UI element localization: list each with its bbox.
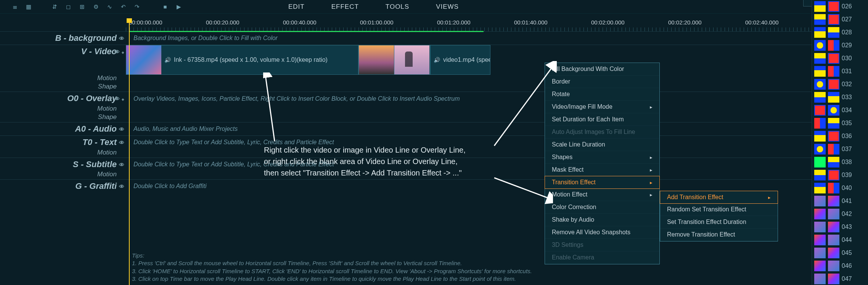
eye-icon[interactable]: 👁 (119, 126, 124, 133)
preset-item[interactable]: 037 (812, 143, 868, 156)
ctx-color[interactable]: Color Correction (545, 201, 659, 214)
ctx-3d: 3D Settings (545, 239, 659, 251)
menu-tools[interactable]: TOOLS (386, 3, 409, 11)
ruler-tick: 00:00:40.000 (283, 19, 317, 26)
preset-item[interactable]: 047 (812, 272, 868, 285)
track-label-overlay[interactable]: O0 - Overlay👁 ⬥ (0, 92, 126, 105)
list-icon[interactable]: ≣ (11, 3, 18, 10)
wave-icon[interactable]: ∿ (106, 3, 113, 10)
redo-icon[interactable]: ↷ (133, 3, 140, 10)
eye-icon[interactable]: 👁 (119, 140, 124, 146)
play-icon[interactable]: ▶ (175, 3, 182, 10)
preset-item[interactable]: 028 (812, 26, 868, 39)
eye-icon[interactable]: 👁 ⬥ (114, 49, 124, 55)
track-background[interactable]: Background Images, or Double Click to Fi… (126, 32, 868, 45)
subctx-random-transition[interactable]: Random Set Transition Effect (660, 203, 778, 216)
ctx-scale-duration[interactable]: Scale Line Duration (545, 138, 659, 151)
subctx-set-transition-duration[interactable]: Set Transition Effect Duration (660, 216, 778, 229)
track-label-motion[interactable]: Motion (0, 149, 126, 158)
chevron-right-icon: ▸ (768, 195, 771, 200)
context-menu: Fill Background With Color Border Rotate… (545, 63, 660, 264)
track-label-shape[interactable]: Shape (0, 83, 126, 92)
ctx-remove-snapshots[interactable]: Remove All Video Snapshots (545, 226, 659, 239)
preset-item[interactable]: 045 (812, 246, 868, 259)
top-toolbar: ≣ ▦ ⇵ ◻ ⊞ ⚙ ∿ ↶ ↷ ■ ▶ EDIT EFFECT TOOLS … (0, 0, 868, 14)
tips-text: Tips: 1. Press 'Ctrl' and Scroll the mou… (132, 252, 532, 283)
ctx-shapes[interactable]: Shapes▸ (545, 151, 659, 164)
track-label-motion[interactable]: Motion (0, 75, 126, 83)
menu-edit[interactable]: EDIT (288, 3, 305, 11)
subctx-remove-transition[interactable]: Remove Transition Effect (660, 229, 778, 241)
ctx-motion[interactable]: Motion Effect▸ (545, 188, 659, 201)
track-label-shape[interactable]: Shape (0, 114, 126, 122)
ctx-fill-bg[interactable]: Fill Background With Color (545, 63, 659, 76)
ctx-shake[interactable]: Shake by Audio (545, 214, 659, 226)
preset-item[interactable]: 034 (812, 104, 868, 117)
layout-icon[interactable]: ⊞ (79, 3, 85, 10)
track-label-graffiti[interactable]: G - Graffiti👁 (0, 180, 126, 193)
track-label-text[interactable]: T0 - Text👁 (0, 136, 126, 149)
track-label-audio[interactable]: A0 - Audio👁 (0, 122, 126, 135)
subctx-add-transition[interactable]: Add Transition Effect▸ (660, 191, 778, 204)
track-label-motion[interactable]: Motion (0, 171, 126, 179)
preset-item[interactable]: 038 (812, 156, 868, 169)
ruler-tick: 00:00:00.000 (129, 19, 162, 26)
preset-item[interactable]: 043 (812, 221, 868, 233)
gear-icon[interactable]: ⚙ (92, 3, 99, 10)
track-label-motion[interactable]: Motion (0, 105, 126, 114)
ctx-transition[interactable]: Transition Effect▸ (545, 176, 660, 189)
stop-icon[interactable]: ■ (162, 3, 169, 10)
preset-item[interactable]: 027 (812, 13, 868, 26)
preset-item[interactable]: 026 (812, 0, 868, 13)
preset-item[interactable]: 044 (812, 233, 868, 246)
clip-label: Ink - 67358.mp4 (speed x 1.00, volume x … (174, 56, 328, 63)
split-vert-icon[interactable]: ⇵ (51, 3, 58, 10)
grid-icon[interactable]: ▦ (25, 3, 32, 10)
video-clip-thumb[interactable] (394, 45, 430, 75)
undo-icon[interactable]: ↶ (120, 3, 127, 10)
track-label-subtitle[interactable]: S - Subtitle👁 (0, 158, 126, 171)
preset-item[interactable]: 041 (812, 195, 868, 208)
chevron-right-icon: ▸ (650, 180, 653, 185)
video-clip-1[interactable]: 🔊 Ink - 67358.mp4 (speed x 1.00, volume … (126, 45, 358, 75)
time-ruler[interactable]: 00:00:00.000 00:00:20.000 00:00:40.000 0… (126, 18, 868, 31)
context-submenu-transition: Add Transition Effect▸ Random Set Transi… (660, 191, 778, 242)
eye-icon[interactable]: 👁 ⬥ (114, 96, 124, 102)
playhead[interactable] (129, 19, 130, 285)
arrow-icon (263, 72, 278, 145)
preset-item[interactable]: 032 (812, 78, 868, 91)
ruler-tick: 00:01:20.000 (437, 19, 471, 26)
video-clip-2[interactable]: 🔊 video1.mp4 (speed x 1.00, volume x 1.0… (430, 45, 490, 75)
ctx-rotate[interactable]: Rotate (545, 88, 659, 101)
preset-item[interactable]: 029 (812, 39, 868, 52)
ruler-tick: 00:00:20.000 (206, 19, 240, 26)
video-clip-thumb[interactable] (358, 45, 394, 75)
eye-icon[interactable]: 👁 (119, 184, 124, 190)
eye-icon[interactable]: 👁 (119, 35, 124, 42)
preset-item[interactable]: 046 (812, 259, 868, 272)
svg-line-2 (494, 178, 549, 198)
track-label-background[interactable]: B - background👁 (0, 32, 126, 45)
ctx-border[interactable]: Border (545, 76, 659, 88)
ctx-fill-mode[interactable]: Video/Image Fill Mode▸ (545, 101, 659, 113)
track-label-video[interactable]: V - Video👁 ⬥ (0, 45, 126, 75)
ctx-set-duration[interactable]: Set Duration for Each Item (545, 113, 659, 126)
preset-item[interactable]: 033 (812, 91, 868, 104)
preset-item[interactable]: 036 (812, 130, 868, 143)
crop-icon[interactable]: ◻ (65, 3, 72, 10)
eye-icon[interactable]: 👁 (119, 162, 124, 168)
preset-item[interactable]: 030 (812, 52, 868, 65)
menu-views[interactable]: VIEWS (436, 3, 459, 11)
transition-preset-rail: 026 027 028 029 030 031 032 033 034 035 … (812, 0, 868, 285)
preset-item[interactable]: 031 (812, 65, 868, 78)
preset-item[interactable]: 039 (812, 169, 868, 182)
track-subtitle[interactable]: Double Click to Type Text or Add Subtitl… (126, 158, 868, 171)
ctx-mask[interactable]: Mask Effect▸ (545, 164, 659, 176)
preset-item[interactable]: 040 (812, 182, 868, 195)
preset-item[interactable]: 035 (812, 117, 868, 130)
speaker-icon: 🔊 (434, 57, 440, 63)
preset-item[interactable]: 042 (812, 208, 868, 221)
menu-effect[interactable]: EFFECT (331, 3, 359, 11)
svg-line-1 (494, 67, 552, 146)
annotation-text: Right click the video or image in Video … (264, 144, 466, 179)
